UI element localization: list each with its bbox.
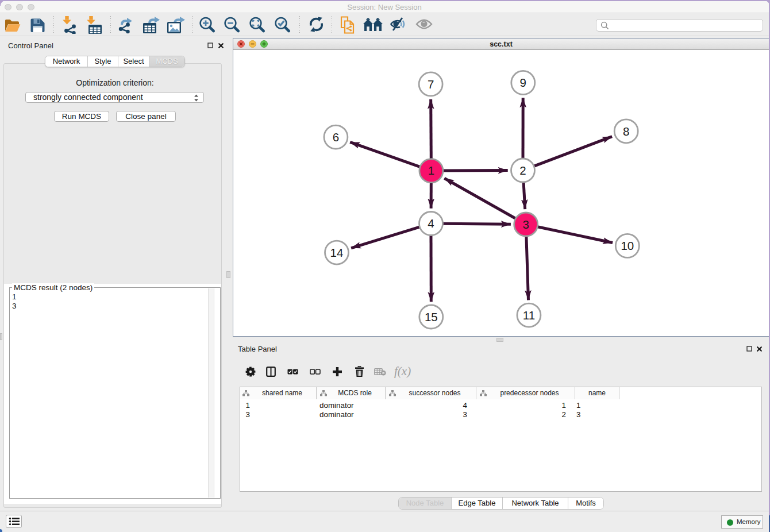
svg-text:7: 7 — [428, 78, 434, 91]
svg-text:10: 10 — [621, 239, 634, 252]
svg-text:11: 11 — [523, 309, 535, 322]
svg-text:3: 3 — [522, 218, 529, 231]
svg-text:8: 8 — [623, 125, 629, 138]
svg-text:2: 2 — [519, 164, 526, 177]
svg-text:9: 9 — [520, 76, 526, 89]
svg-text:4: 4 — [428, 217, 434, 230]
svg-text:1: 1 — [428, 164, 434, 177]
svg-text:15: 15 — [425, 310, 438, 323]
svg-text:14: 14 — [330, 246, 344, 259]
svg-text:6: 6 — [333, 130, 339, 144]
